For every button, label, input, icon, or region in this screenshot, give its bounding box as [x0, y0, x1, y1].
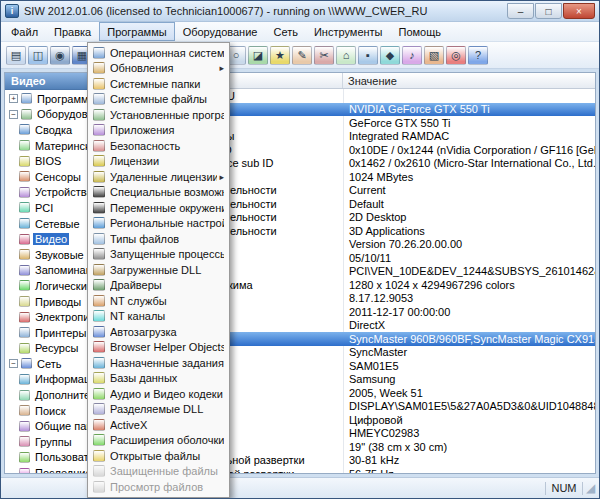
- window-controls: – □ ×: [506, 3, 595, 19]
- snapshot-icon[interactable]: ◉: [50, 46, 70, 65]
- menubar-item-1[interactable]: Файл: [3, 22, 46, 41]
- tree-item-icon: [19, 249, 30, 260]
- window-title: SIW 2012.01.06 (licensed to Technician10…: [24, 5, 506, 17]
- tree-item-icon: [19, 171, 30, 182]
- menu-item-label: Базы данных: [110, 372, 224, 384]
- copy-icon[interactable]: ▤: [6, 46, 26, 65]
- menu-item[interactable]: Назначенные задания: [90, 355, 227, 371]
- menu-item[interactable]: Системные файлы: [90, 92, 227, 108]
- menu-item[interactable]: ActiveX: [90, 417, 227, 433]
- home-icon[interactable]: ⌂: [336, 46, 356, 65]
- codecs-icon: [93, 388, 105, 400]
- menubar-item-2[interactable]: Правка: [46, 22, 99, 41]
- chart-icon[interactable]: ◪: [248, 46, 268, 65]
- tree-item-label: Видео: [33, 233, 69, 245]
- key-icon[interactable]: ★: [270, 46, 290, 65]
- menubar-item-4[interactable]: Оборудование: [175, 22, 266, 41]
- menu-item[interactable]: Драйверы: [90, 278, 227, 294]
- row-value-cell: 8.17.12.9053: [343, 292, 595, 306]
- tree-item-icon: [19, 296, 30, 307]
- menu-item[interactable]: Безопасность: [90, 138, 227, 154]
- maximize-button[interactable]: □: [535, 3, 562, 19]
- menu-item[interactable]: Операционная система: [90, 45, 227, 61]
- menu-item-label: Специальные возможности: [110, 186, 224, 198]
- close-button[interactable]: ×: [563, 3, 595, 19]
- menu-item[interactable]: Запущенные процессы: [90, 247, 227, 263]
- shares-icon[interactable]: ▧: [424, 46, 444, 65]
- menu-item-label: Разделяемые DLL: [110, 403, 224, 415]
- menubar-item-3[interactable]: Программы: [99, 22, 174, 41]
- loaded-dll-icon: [93, 264, 105, 276]
- menu-item-label: NT службы: [110, 295, 224, 307]
- row-value-cell: SAM01E5: [343, 359, 595, 373]
- devices-icon[interactable]: ▪: [358, 46, 378, 65]
- menu-item[interactable]: Загруженные DLL: [90, 262, 227, 278]
- tree-item-label: Группы: [33, 436, 74, 448]
- menu-item-label: Региональные настройки: [110, 217, 224, 229]
- usb-icon[interactable]: ◆: [380, 46, 400, 65]
- tree-item-label: Сетевые: [33, 218, 82, 230]
- power-icon[interactable]: ◎: [446, 46, 466, 65]
- tree-item-icon: [19, 405, 30, 416]
- nt-pipes-icon: [93, 310, 105, 322]
- menu-item[interactable]: Удаленные лицензии▸: [90, 169, 227, 185]
- expand-icon[interactable]: +: [9, 94, 18, 103]
- help-icon[interactable]: ?: [468, 46, 488, 65]
- menu-item[interactable]: Обновления▸: [90, 61, 227, 77]
- menu-item[interactable]: Системные папки: [90, 76, 227, 92]
- menu-item[interactable]: Переменные окружения: [90, 200, 227, 216]
- edit-icon[interactable]: ✎: [292, 46, 312, 65]
- menu-item[interactable]: Автозагрузка: [90, 324, 227, 340]
- resize-grip[interactable]: ◢: [583, 481, 598, 496]
- cut-icon[interactable]: ✂: [314, 46, 334, 65]
- column-header-value[interactable]: Значение: [343, 73, 595, 88]
- tree-item-label: BIOS: [33, 155, 63, 167]
- menu-item[interactable]: Аудио и Видео кодеки: [90, 386, 227, 402]
- nt-services-icon: [93, 295, 105, 307]
- os-icon: [93, 47, 105, 59]
- menu-item[interactable]: NT службы: [90, 293, 227, 309]
- menubar-item-7[interactable]: Помощь: [391, 22, 450, 41]
- tree-item-label: Логические: [33, 280, 95, 292]
- submenu-arrow-icon: ▸: [219, 172, 224, 182]
- row-value-cell: Default: [343, 197, 595, 211]
- menu-item-label: Удаленные лицензии: [110, 171, 217, 183]
- tree-item-label: Устройства: [33, 186, 95, 198]
- titlebar[interactable]: i SIW 2012.01.06 (licensed to Technician…: [1, 1, 599, 22]
- row-value-cell: 1024 MBytes: [343, 170, 595, 184]
- row-value-cell: SyncMaster 960B/960BF,SyncMaster Magic C…: [343, 332, 595, 346]
- menubar-item-5[interactable]: Сеть: [265, 22, 305, 41]
- menu-item[interactable]: Browser Helper Objects: [90, 340, 227, 356]
- menu-item[interactable]: Лицензии: [90, 154, 227, 170]
- updates-icon: [93, 62, 105, 74]
- menu-item[interactable]: Типы файлов: [90, 231, 227, 247]
- menu-item-label: Запущенные процессы: [110, 248, 224, 260]
- menubar: ФайлПравкаПрограммыОборудованиеСетьИнстр…: [1, 22, 599, 42]
- tree-item-icon: [21, 358, 32, 369]
- menu-item[interactable]: Установленные программы: [90, 107, 227, 123]
- monitors-icon[interactable]: ◫: [28, 46, 48, 65]
- menu-item[interactable]: Базы данных: [90, 371, 227, 387]
- remote-licenses-icon: [93, 171, 105, 183]
- menu-item[interactable]: Разделяемые DLL: [90, 402, 227, 418]
- regional-settings-icon: [93, 217, 105, 229]
- tree-item-label: Сеть: [35, 358, 63, 370]
- menu-item[interactable]: Расширения оболочки: [90, 433, 227, 449]
- menu-item[interactable]: Открытые файлы: [90, 448, 227, 464]
- shell-extensions-icon: [93, 434, 105, 446]
- row-value-cell: 30-81 kHz: [343, 454, 595, 468]
- menu-item[interactable]: NT каналы: [90, 309, 227, 325]
- collapse-icon[interactable]: −: [9, 359, 18, 368]
- protected-files-icon: [93, 465, 105, 477]
- tree-item-icon: [19, 327, 30, 338]
- minimize-button[interactable]: –: [507, 3, 534, 19]
- menubar-item-6[interactable]: Инструменты: [306, 22, 391, 41]
- media-icon[interactable]: ♪: [402, 46, 422, 65]
- menu-item-label: ActiveX: [110, 419, 224, 431]
- menu-item-label: Приложения: [110, 124, 224, 136]
- tree-item-label: Звуковые: [33, 249, 86, 261]
- menu-item[interactable]: Региональные настройки: [90, 216, 227, 232]
- menu-item[interactable]: Приложения: [90, 123, 227, 139]
- menu-item[interactable]: Специальные возможности: [90, 185, 227, 201]
- collapse-icon[interactable]: −: [9, 110, 18, 119]
